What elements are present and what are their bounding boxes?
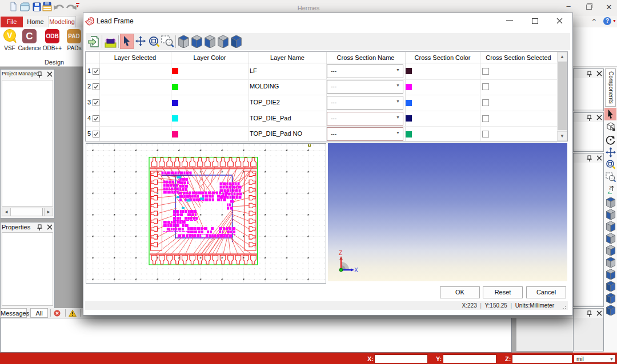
svg-text:V: V	[7, 31, 13, 40]
svg-text:z: z	[609, 185, 612, 191]
svg-text:Z: Z	[339, 250, 342, 256]
svg-text:X: X	[354, 267, 358, 273]
